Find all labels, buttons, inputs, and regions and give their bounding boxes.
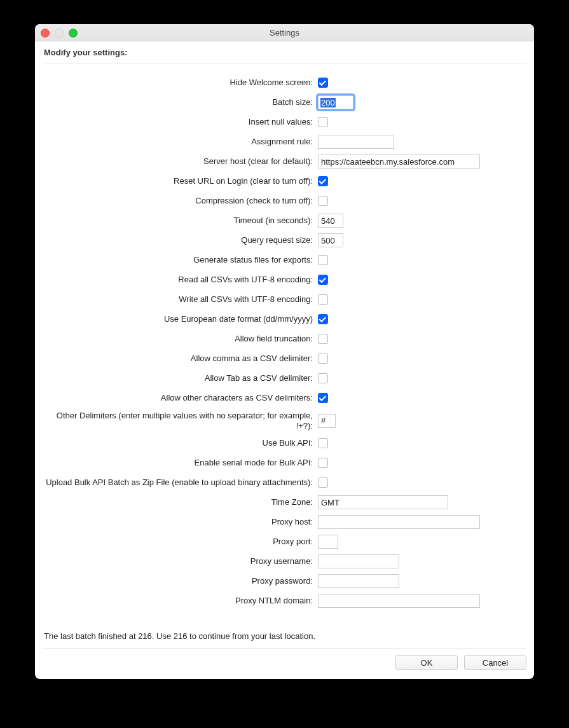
euro-date-checkbox[interactable] — [318, 314, 328, 324]
window-controls — [41, 29, 78, 38]
titlebar: Settings — [35, 24, 534, 41]
other-delim-chars-label: Other Delimiters (enter multiple values … — [43, 411, 318, 430]
tab-delim-label: Allow Tab as a CSV delimiter: — [43, 373, 318, 383]
read-utf8-checkbox[interactable] — [318, 275, 328, 285]
proxy-port-label: Proxy port: — [43, 537, 318, 547]
batch-size-label: Batch size: — [43, 97, 318, 107]
dialog-footer: OK Cancel — [43, 648, 526, 679]
proxy-port-input[interactable] — [318, 535, 338, 549]
gen-status-files-checkbox[interactable] — [318, 255, 328, 265]
server-host-label: Server host (clear for default): — [43, 156, 318, 167]
comma-delim-checkbox[interactable] — [318, 354, 328, 364]
serial-bulk-checkbox[interactable] — [318, 458, 328, 468]
close-icon[interactable] — [41, 29, 50, 38]
reset-url-checkbox[interactable] — [318, 176, 328, 186]
window-title: Settings — [270, 28, 299, 38]
assignment-rule-label: Assignment rule: — [43, 137, 318, 147]
query-request-size-input[interactable] — [318, 233, 343, 247]
write-utf8-label: Write all CSVs with UTF-8 encoding: — [43, 294, 318, 305]
last-batch-status: The last batch finished at 216. Use 216 … — [43, 625, 526, 643]
field-truncation-label: Allow field truncation: — [43, 334, 318, 344]
other-delim-checkbox[interactable] — [318, 393, 328, 403]
tab-delim-checkbox[interactable] — [318, 373, 328, 383]
proxy-ntlm-label: Proxy NTLM domain: — [43, 596, 318, 606]
gen-status-files-label: Generate status files for exports: — [43, 255, 318, 265]
ok-button[interactable]: OK — [395, 655, 458, 670]
hide-welcome-checkbox[interactable] — [318, 78, 328, 88]
read-utf8-label: Read all CSVs with UTF-8 encoding: — [43, 275, 318, 285]
serial-bulk-label: Enable serial mode for Bulk API: — [43, 458, 318, 468]
write-utf8-checkbox[interactable] — [318, 294, 328, 305]
assignment-rule-input[interactable] — [318, 135, 394, 149]
comma-delim-label: Allow comma as a CSV delimiter: — [43, 354, 318, 364]
timeout-label: Timeout (in seconds): — [43, 216, 318, 226]
zip-bulk-label: Upload Bulk API Batch as Zip File (enabl… — [43, 477, 318, 488]
insert-null-label: Insert null values: — [43, 117, 318, 127]
reset-url-label: Reset URL on Login (clear to turn off): — [43, 176, 318, 186]
proxy-ntlm-input[interactable] — [318, 594, 480, 608]
time-zone-label: Time Zone: — [43, 497, 318, 507]
proxy-password-input[interactable] — [318, 574, 399, 588]
compression-label: Compression (check to turn off): — [43, 196, 318, 206]
other-delim-label: Allow other characters as CSV delimiters… — [43, 393, 318, 403]
settings-window: Settings Modify your settings: Hide Welc… — [35, 24, 534, 679]
proxy-username-label: Proxy username: — [43, 556, 318, 567]
proxy-host-label: Proxy host: — [43, 517, 318, 527]
time-zone-input[interactable] — [318, 495, 448, 509]
proxy-host-input[interactable] — [318, 515, 480, 529]
zoom-icon[interactable] — [69, 29, 78, 38]
cancel-button[interactable]: Cancel — [464, 655, 526, 670]
minimize-icon — [55, 29, 64, 38]
compression-checkbox[interactable] — [318, 196, 328, 206]
zip-bulk-checkbox[interactable] — [318, 477, 328, 488]
query-request-size-label: Query request size: — [43, 235, 318, 245]
timeout-input[interactable] — [318, 214, 343, 228]
settings-form: Hide Welcome screen: Batch size: 200 Ins… — [35, 64, 534, 643]
use-bulk-checkbox[interactable] — [318, 438, 328, 448]
field-truncation-checkbox[interactable] — [318, 334, 328, 344]
other-delim-chars-input[interactable] — [318, 414, 336, 428]
batch-size-input[interactable]: 200 — [318, 95, 353, 109]
use-bulk-label: Use Bulk API: — [43, 438, 318, 448]
page-subtitle: Modify your settings: — [35, 41, 534, 64]
hide-welcome-label: Hide Welcome screen: — [43, 78, 318, 88]
proxy-password-label: Proxy password: — [43, 576, 318, 586]
proxy-username-input[interactable] — [318, 554, 399, 568]
insert-null-checkbox[interactable] — [318, 117, 328, 127]
server-host-input[interactable] — [318, 155, 480, 168]
euro-date-label: Use European date format (dd/mm/yyyy) — [43, 314, 318, 324]
